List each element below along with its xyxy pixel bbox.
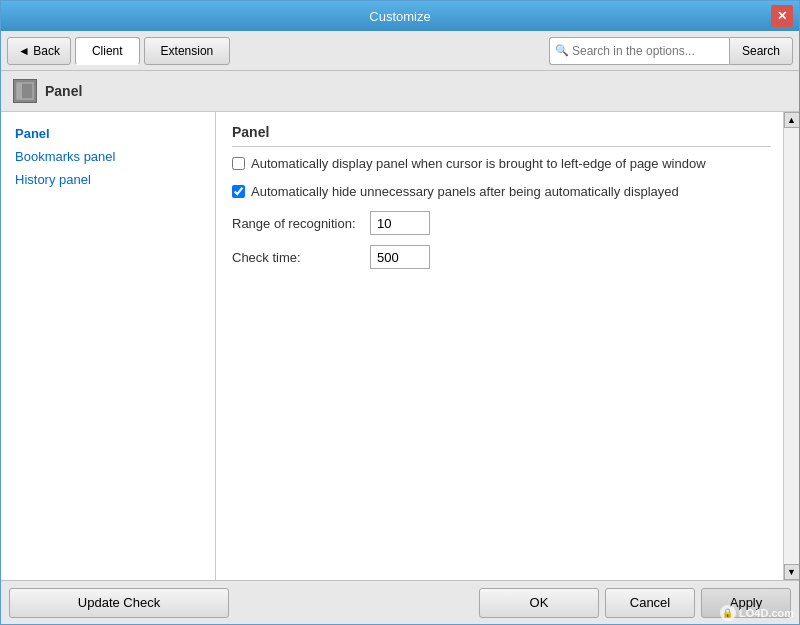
toolbar: ◄ Back Client Extension 🔍 Search	[1, 31, 799, 71]
ok-button[interactable]: OK	[479, 588, 599, 618]
checkbox-auto-hide-label: Automatically hide unnecessary panels af…	[251, 183, 679, 201]
scrollbar: ▲ ▼	[783, 112, 799, 580]
option-row-2: Automatically hide unnecessary panels af…	[232, 183, 771, 201]
checkbox-auto-display[interactable]	[232, 157, 245, 170]
content-area: Panel Panel Bookmarks panel History pane…	[1, 71, 799, 580]
checkbox-auto-hide[interactable]	[232, 185, 245, 198]
update-check-button[interactable]: Update Check	[9, 588, 229, 618]
sidebar-item-history-panel[interactable]: History panel	[1, 168, 215, 191]
cancel-button[interactable]: Cancel	[605, 588, 695, 618]
right-panel-title: Panel	[232, 124, 771, 147]
main-window: Customize ✕ ◄ Back Client Extension 🔍 Se…	[0, 0, 800, 625]
field-row-range: Range of recognition:	[232, 211, 771, 235]
panel-icon-svg	[16, 82, 34, 100]
right-panel-wrapper: Panel Automatically display panel when c…	[216, 112, 799, 580]
sidebar-item-panel[interactable]: Panel	[1, 122, 215, 145]
main-content: Panel Bookmarks panel History panel Pane…	[1, 112, 799, 580]
close-button[interactable]: ✕	[771, 5, 793, 27]
tab-client[interactable]: Client	[75, 37, 140, 65]
panel-header-title: Panel	[45, 83, 82, 99]
scroll-up-button[interactable]: ▲	[784, 112, 800, 128]
sidebar-item-bookmarks-panel[interactable]: Bookmarks panel	[1, 145, 215, 168]
search-input[interactable]	[549, 37, 729, 65]
right-panel: Panel Automatically display panel when c…	[216, 112, 799, 580]
sidebar: Panel Bookmarks panel History panel	[1, 112, 216, 580]
check-time-input[interactable]	[370, 245, 430, 269]
search-input-wrapper: 🔍	[549, 37, 729, 65]
checkbox-auto-display-label: Automatically display panel when cursor …	[251, 155, 706, 173]
panel-section-header: Panel	[1, 71, 799, 112]
option-row-1: Automatically display panel when cursor …	[232, 155, 771, 173]
tab-extension[interactable]: Extension	[144, 37, 231, 65]
bottom-bar: Update Check OK Cancel Apply 🔒 LO4D.com	[1, 580, 799, 624]
field-row-check-time: Check time:	[232, 245, 771, 269]
search-area: 🔍 Search	[549, 37, 793, 65]
search-button[interactable]: Search	[729, 37, 793, 65]
title-bar: Customize ✕	[1, 1, 799, 31]
range-label: Range of recognition:	[232, 216, 362, 231]
range-input[interactable]	[370, 211, 430, 235]
panel-icon	[13, 79, 37, 103]
check-time-label: Check time:	[232, 250, 362, 265]
search-icon: 🔍	[555, 44, 569, 57]
scroll-down-button[interactable]: ▼	[784, 564, 800, 580]
apply-button[interactable]: Apply	[701, 588, 791, 618]
svg-rect-1	[17, 83, 22, 99]
back-button[interactable]: ◄ Back	[7, 37, 71, 65]
window-title: Customize	[369, 9, 430, 24]
